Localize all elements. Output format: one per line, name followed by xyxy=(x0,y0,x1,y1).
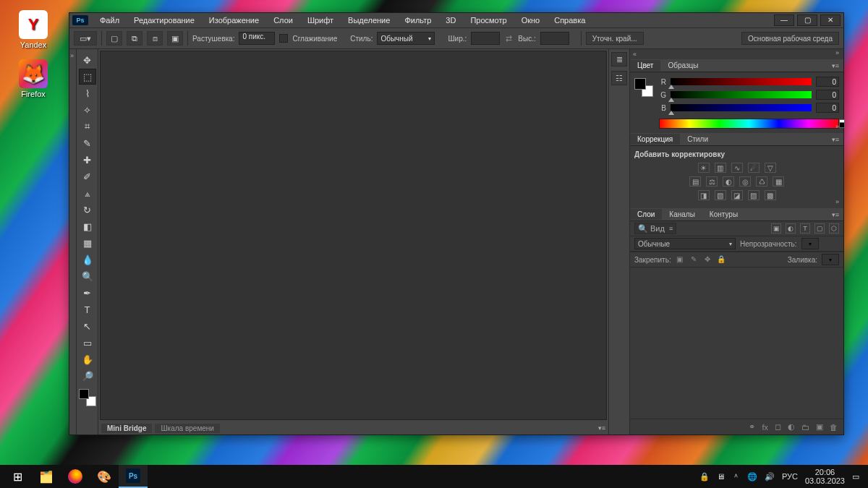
desktop-icon-yandex[interactable]: Yandex xyxy=(10,10,56,49)
taskbar-paint[interactable]: 🎨 xyxy=(90,465,119,488)
tray-chevron-icon[interactable]: ＾ xyxy=(732,471,740,482)
selection-new-icon[interactable]: ▢ xyxy=(106,31,122,46)
desktop-icon-firefox[interactable]: Firefox xyxy=(10,59,56,98)
menu-image[interactable]: Изображение xyxy=(203,14,265,26)
tray-screen-icon[interactable]: 🖥 xyxy=(717,472,725,481)
tab-channels[interactable]: Каналы xyxy=(662,209,702,220)
link-layers-icon[interactable]: ⚭ xyxy=(749,422,755,432)
lock-position-icon[interactable]: ✥ xyxy=(703,255,712,264)
menu-filter[interactable]: Фильтр xyxy=(399,14,437,26)
bw-icon[interactable]: ◐ xyxy=(723,176,734,187)
gradient-tool-icon[interactable]: ▦ xyxy=(79,235,96,251)
close-button[interactable]: ✕ xyxy=(820,14,841,26)
start-button[interactable]: ⊞ xyxy=(3,465,32,488)
color-swatch[interactable] xyxy=(79,389,96,406)
selection-intersect-icon[interactable]: ▣ xyxy=(167,31,183,46)
tray-notifications-icon[interactable]: ▭ xyxy=(852,472,859,481)
titlebar[interactable]: Ps Файл Редактирование Изображение Слои … xyxy=(69,13,843,27)
history-panel-icon[interactable]: ≣ xyxy=(611,52,627,67)
menu-3d[interactable]: 3D xyxy=(440,14,461,26)
delete-layer-icon[interactable]: 🗑 xyxy=(830,423,838,432)
foreground-color-icon[interactable] xyxy=(634,78,646,90)
levels-icon[interactable]: ▥ xyxy=(715,163,726,173)
filter-smart-icon[interactable]: ⬡ xyxy=(829,223,839,234)
r-value[interactable]: 0 xyxy=(816,77,839,87)
eyedropper-tool-icon[interactable]: ✎ xyxy=(79,135,96,151)
tab-mini-bridge[interactable]: Mini Bridge xyxy=(101,424,152,433)
type-tool-icon[interactable]: T xyxy=(79,301,96,317)
tab-swatches[interactable]: Образцы xyxy=(660,60,705,71)
lock-pixels-icon[interactable]: ✎ xyxy=(689,255,698,264)
filter-type-icon[interactable]: T xyxy=(800,223,810,234)
tray-clock[interactable]: 20:06 03.03.2023 xyxy=(805,468,845,485)
layer-group-icon[interactable]: 🗀 xyxy=(801,423,809,432)
maximize-button[interactable]: ▢ xyxy=(797,14,817,26)
menu-type[interactable]: Шрифт xyxy=(302,14,339,26)
swap-dimensions-icon[interactable]: ⇄ xyxy=(506,34,512,43)
wand-tool-icon[interactable]: ✧ xyxy=(79,102,96,118)
g-slider[interactable] xyxy=(671,91,812,98)
taskbar-photoshop[interactable]: Ps xyxy=(119,465,148,488)
tab-paths[interactable]: Контуры xyxy=(702,209,745,220)
shape-tool-icon[interactable]: ▭ xyxy=(79,335,96,351)
brightness-icon[interactable]: ☀ xyxy=(698,163,710,173)
zoom-tool-icon[interactable]: 🔎 xyxy=(79,368,96,384)
workspace-button[interactable]: Основная рабочая среда xyxy=(741,32,839,45)
g-value[interactable]: 0 xyxy=(816,90,839,100)
hand-tool-icon[interactable]: ✋ xyxy=(79,351,96,367)
panel-menu-icon[interactable]: ▾≡ xyxy=(598,424,605,432)
photo-filter-icon[interactable]: ◎ xyxy=(739,176,751,187)
filter-pixel-icon[interactable]: ▣ xyxy=(771,223,781,234)
r-slider[interactable] xyxy=(671,78,812,85)
active-tool-preset[interactable]: ▭▾ xyxy=(74,31,97,46)
mixer-icon[interactable]: ♺ xyxy=(756,176,767,187)
selection-subtract-icon[interactable]: ⧈ xyxy=(147,31,163,46)
menu-file[interactable]: Файл xyxy=(94,14,125,26)
antialias-checkbox[interactable] xyxy=(279,34,288,43)
canvas-stage[interactable] xyxy=(100,51,607,420)
exposure-icon[interactable]: ☄ xyxy=(748,163,760,173)
crop-tool-icon[interactable]: ⌗ xyxy=(79,119,96,134)
vibrance-icon[interactable]: ▽ xyxy=(765,163,776,173)
minimize-button[interactable]: — xyxy=(774,14,794,26)
panel-menu-icon[interactable]: ▾≡ xyxy=(827,62,843,69)
adjustment-layer-icon[interactable]: ◐ xyxy=(788,422,795,432)
menu-window[interactable]: Окно xyxy=(516,14,546,26)
width-input[interactable] xyxy=(471,32,500,45)
healing-tool-icon[interactable]: ✚ xyxy=(79,152,96,168)
layer-fx-icon[interactable]: fx xyxy=(762,423,768,432)
tray-volume-icon[interactable]: 🔊 xyxy=(765,472,775,481)
menu-edit[interactable]: Редактирование xyxy=(128,14,200,26)
panel-menu-icon[interactable]: ▾≡ xyxy=(827,211,843,218)
tray-language[interactable]: РУС xyxy=(782,472,798,481)
color-swatch[interactable] xyxy=(634,78,653,97)
tab-timeline[interactable]: Шкала времени xyxy=(155,424,219,433)
filter-shape-icon[interactable]: ▢ xyxy=(814,223,825,234)
height-input[interactable] xyxy=(540,32,569,45)
filter-adjust-icon[interactable]: ◐ xyxy=(786,223,796,234)
b-value[interactable]: 0 xyxy=(816,103,839,113)
dodge-tool-icon[interactable]: 🔍 xyxy=(79,268,96,284)
layers-list[interactable] xyxy=(630,267,843,419)
opacity-input[interactable]: ▾ xyxy=(801,238,819,249)
stamp-tool-icon[interactable]: ⟁ xyxy=(79,185,96,201)
feather-input[interactable]: 0 пикс. xyxy=(239,32,275,45)
foreground-color-icon[interactable] xyxy=(79,389,89,399)
pen-tool-icon[interactable]: ✒ xyxy=(79,285,96,301)
b-slider[interactable] xyxy=(671,104,812,111)
tab-adjustments[interactable]: Коррекция xyxy=(630,134,680,145)
lock-all-icon[interactable]: 🔒 xyxy=(717,255,726,264)
brush-tool-icon[interactable]: ✐ xyxy=(79,168,96,184)
balance-icon[interactable]: ⚖ xyxy=(706,176,718,187)
lookup-icon[interactable]: ▦ xyxy=(773,176,784,187)
tray-usb-icon[interactable]: 🔒 xyxy=(699,472,710,481)
blend-mode-select[interactable]: Обычные xyxy=(634,238,736,249)
new-layer-icon[interactable]: ▣ xyxy=(816,422,823,432)
panel-menu-icon[interactable]: ▾≡ xyxy=(827,136,843,143)
tab-color[interactable]: Цвет xyxy=(630,60,660,71)
selection-add-icon[interactable]: ⧉ xyxy=(127,31,142,46)
blur-tool-icon[interactable]: 💧 xyxy=(79,252,96,267)
style-select[interactable]: Обычный xyxy=(377,32,435,45)
eraser-tool-icon[interactable]: ◧ xyxy=(79,218,96,234)
tray-network-icon[interactable]: 🌐 xyxy=(747,472,757,481)
